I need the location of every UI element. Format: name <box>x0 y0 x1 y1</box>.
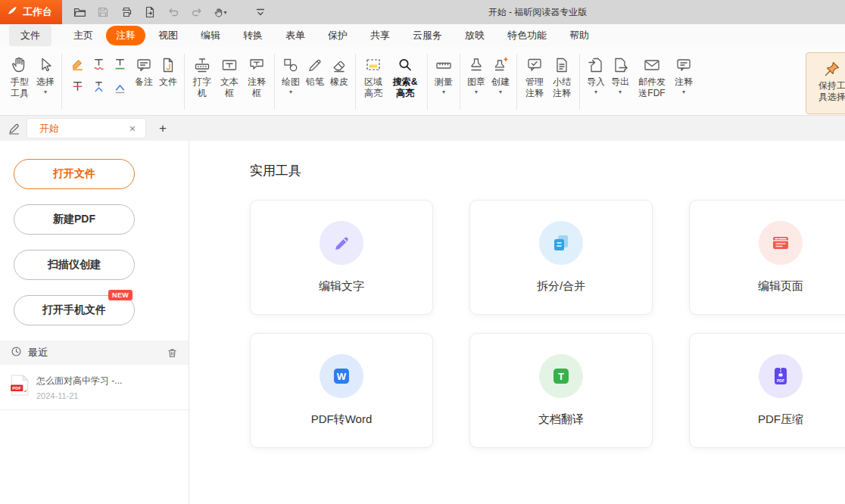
redo-icon[interactable] <box>187 3 207 21</box>
menu-tab-form[interactable]: 表单 <box>276 26 315 45</box>
attach-file-button[interactable]: 文件 <box>156 52 180 89</box>
create-stamp-icon <box>491 54 510 74</box>
email-fdf-button[interactable]: 邮件发送FDF <box>632 52 672 101</box>
tool-card-edit-text[interactable]: 编辑文字 <box>250 200 433 315</box>
tools-panel: 实用工具 编辑文字 拆分/合并 <box>189 141 845 504</box>
search-highlight-button[interactable]: 搜索&高亮 <box>387 52 423 101</box>
menu-tab-convert[interactable]: 转换 <box>233 26 273 45</box>
stamp-button[interactable]: 图章 ▾ <box>464 52 488 97</box>
tab-start-label: 开始 <box>39 122 59 135</box>
summary-comments-button[interactable]: 小结注释 <box>548 52 575 101</box>
menu-tab-help[interactable]: 帮助 <box>560 26 599 45</box>
menubar: 文件 主页 注释 视图 编辑 转换 表单 保护 共享 云服务 放映 特色功能 帮… <box>0 24 845 47</box>
menu-tab-edit[interactable]: 编辑 <box>191 26 230 45</box>
menu-tab-cloud[interactable]: 云服务 <box>403 26 452 45</box>
comments-bubble-icon <box>675 54 693 74</box>
menu-tab-slideshow[interactable]: 放映 <box>455 26 494 45</box>
pdf-compress-icon: PDF <box>759 354 803 398</box>
manage-comments-button[interactable]: 管理注释 <box>521 52 548 101</box>
note-button[interactable]: 备注 <box>132 52 156 89</box>
keep-tool-selected-button[interactable]: 保持工具选择 <box>806 52 845 114</box>
measure-caret-icon: ▾ <box>442 89 445 95</box>
recent-label: 最近 <box>28 346 167 359</box>
scanner-create-button[interactable]: 扫描仪创建 <box>14 250 135 280</box>
squiggly-underline-icon[interactable] <box>89 54 108 74</box>
export-page-icon[interactable] <box>140 3 160 21</box>
callout-icon <box>248 54 266 74</box>
select-tool-button[interactable]: 选择 ▾ <box>33 52 58 97</box>
new-badge: NEW <box>108 290 133 300</box>
recent-file-name: 怎么面对高中学习 -... <box>36 375 122 387</box>
svg-text:W: W <box>337 371 347 382</box>
eraser-button[interactable]: 橡皮 <box>327 52 351 89</box>
workspace-button[interactable]: 工作台 <box>0 0 62 24</box>
import-comments-button[interactable]: 导入 ▾ <box>584 52 608 97</box>
eraser-icon <box>330 54 348 74</box>
ribbon-divider <box>516 54 517 110</box>
insert-text-icon[interactable] <box>111 76 129 97</box>
menu-tab-protect[interactable]: 保护 <box>318 26 357 45</box>
recent-section-header: 最近 <box>0 341 189 365</box>
new-tab-button[interactable]: + <box>155 121 170 136</box>
stamp-icon <box>467 54 485 74</box>
summary-comments-icon <box>553 54 571 74</box>
start-page: 打开文件 新建PDF 扫描仪创建 打开手机文件 NEW 最近 <box>0 141 845 504</box>
tool-card-split-merge[interactable]: 拆分/合并 <box>469 200 653 315</box>
ribbon-divider <box>427 54 428 110</box>
hand-tool-button[interactable]: 手型工具 <box>6 52 33 101</box>
strikethrough-icon[interactable] <box>68 76 87 97</box>
quick-tool-caret-icon: ▾ <box>223 9 226 16</box>
foxit-reader-window: 工作台 ▾ <box>0 0 845 504</box>
drawing-shapes-icon <box>282 54 300 74</box>
undo-icon[interactable] <box>164 3 183 21</box>
typewriter-icon <box>193 54 211 74</box>
tools-heading: 实用工具 <box>250 162 845 179</box>
new-pdf-button[interactable]: 新建PDF <box>14 204 135 235</box>
create-stamp-button[interactable]: 创建 ▾ <box>488 52 513 97</box>
tool-card-doc-translate[interactable]: T 文档翻译 <box>469 333 653 448</box>
annotation-quick-icon[interactable] <box>5 120 22 137</box>
open-mobile-file-button[interactable]: 打开手机文件 NEW <box>14 295 135 325</box>
pencil-button[interactable]: 铅笔 <box>303 52 327 89</box>
ribbon-divider <box>61 54 62 110</box>
quick-tool-hand-icon[interactable]: ▾ <box>210 3 230 21</box>
menu-tab-view[interactable]: 视图 <box>148 26 188 45</box>
typewriter-button[interactable]: 打字机 <box>189 52 216 101</box>
hand-icon <box>10 54 30 74</box>
comments-panel-button[interactable]: 注释 ▾ <box>672 52 696 97</box>
measure-button[interactable]: 测量 ▾ <box>432 52 456 97</box>
menu-tab-share[interactable]: 共享 <box>360 26 400 45</box>
clear-recent-trash-icon[interactable] <box>167 347 178 359</box>
underline-icon[interactable] <box>111 54 129 74</box>
tool-card-edit-pages[interactable]: 编辑页面 <box>689 200 845 315</box>
tool-card-pdf-compress[interactable]: PDF PDF压缩 <box>689 333 845 448</box>
menu-tab-comment[interactable]: 注释 <box>106 26 145 45</box>
ribbon-divider <box>184 54 185 110</box>
recent-file-item[interactable]: PDF 怎么面对高中学习 -... 2024-11-21 <box>0 365 189 410</box>
tool-card-pdf-to-word[interactable]: W PDF转Word <box>250 333 433 448</box>
menu-tab-home[interactable]: 主页 <box>64 26 103 45</box>
tab-close-icon[interactable]: × <box>127 123 138 135</box>
textbox-button[interactable]: 文本框 <box>216 52 243 101</box>
area-highlight-button[interactable]: 区域高亮 <box>360 52 387 101</box>
callout-button[interactable]: 注释框 <box>243 52 270 101</box>
replace-text-icon[interactable] <box>89 76 108 97</box>
menu-file-button[interactable]: 文件 <box>9 25 51 46</box>
drawing-button[interactable]: 绘图 ▾ <box>279 52 303 97</box>
tab-start[interactable]: 开始 × <box>27 118 146 138</box>
highlight-icon[interactable] <box>68 54 87 74</box>
save-icon[interactable] <box>93 3 113 21</box>
menu-tab-features[interactable]: 特色功能 <box>497 26 557 45</box>
pushpin-icon <box>823 58 841 78</box>
window-title: 开始 - 福昕阅读器专业版 <box>424 6 651 19</box>
open-folder-icon[interactable] <box>70 3 89 21</box>
titlebar: 工作台 ▾ <box>0 0 845 24</box>
tools-grid: 编辑文字 拆分/合并 编辑页面 W <box>250 200 845 448</box>
export-comments-button[interactable]: 导出 ▾ <box>608 52 632 97</box>
edit-text-pencil-icon <box>320 221 363 265</box>
stamp-caret-icon: ▾ <box>475 89 478 95</box>
customize-toolbar-icon[interactable] <box>251 3 270 21</box>
print-icon[interactable] <box>117 3 136 21</box>
svg-text:T: T <box>558 371 564 382</box>
open-file-button[interactable]: 打开文件 <box>14 159 135 189</box>
